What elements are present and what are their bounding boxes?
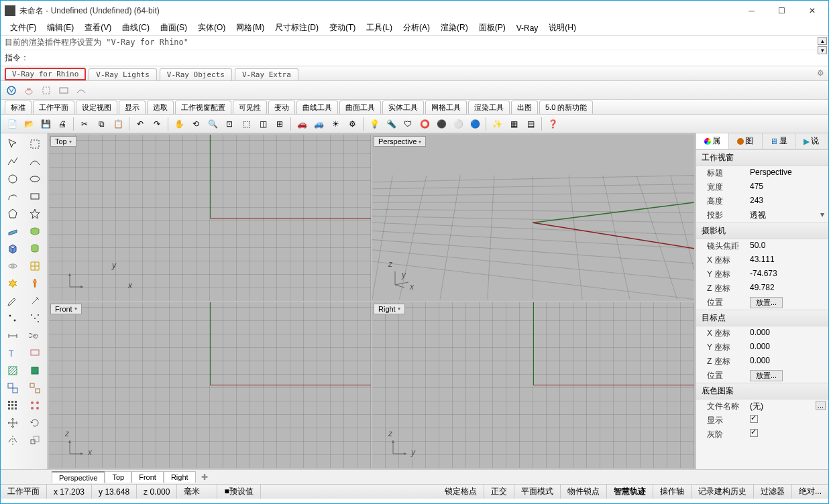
text-icon[interactable]: T [3,345,23,361]
zoom-sel-icon[interactable]: ◫ [256,117,270,131]
region-icon[interactable] [40,84,53,97]
print-icon[interactable]: 🖨 [55,117,70,131]
sphere2-icon[interactable]: ⚪ [451,117,465,131]
tab-vis[interactable]: 可见性 [233,101,267,114]
menu-curve[interactable]: 曲线(C) [118,21,154,35]
chain-icon[interactable] [25,328,46,344]
status-ortho[interactable]: 正交 [484,485,514,499]
zoom-win-icon[interactable]: ⬚ [239,117,254,131]
status-smarttrack[interactable]: 智慧轨迹 [607,485,653,499]
menu-dim[interactable]: 尺寸标注(D) [271,21,323,35]
tab-select[interactable]: 选取 [147,101,174,114]
undo-icon[interactable]: ↶ [133,117,148,131]
pan-icon[interactable]: ✋ [172,117,186,131]
zoom-prev-icon[interactable]: ⊞ [272,117,287,131]
status-default[interactable]: ■预设值 [217,485,260,499]
tab-new[interactable]: 5.0 的新功能 [539,101,593,114]
status-cplane[interactable]: 工作平面 [1,485,47,499]
bulb-icon[interactable]: 💡 [367,117,382,131]
status-history[interactable]: 记录建构历史 [692,485,754,499]
polyline-icon[interactable] [3,153,23,170]
vptab-perspective[interactable]: Perspective [52,471,105,483]
panel-tab-display[interactable]: 🖥显 [763,133,795,149]
car-icon[interactable]: 🚗 [294,117,309,131]
annot-icon[interactable] [25,345,46,361]
status-gumball[interactable]: 操作轴 [653,485,692,499]
tab-xform[interactable]: 变动 [268,101,295,114]
menu-mesh[interactable]: 网格(M) [232,21,268,35]
menu-tools[interactable]: 工具(L) [362,21,396,35]
status-osnap[interactable]: 物件锁点 [561,485,607,499]
vptab-right[interactable]: Right [164,471,196,483]
tab-srf[interactable]: 曲面工具 [339,101,381,114]
tab-vpconf[interactable]: 工作视窗配置 [175,101,231,114]
array2-icon[interactable] [25,397,46,414]
move-icon[interactable] [3,415,23,431]
menu-edit[interactable]: 编辑(E) [43,21,78,35]
scale-icon[interactable] [25,432,46,448]
sphere3-icon[interactable]: 🔵 [467,117,482,131]
menu-help[interactable]: 说明(H) [545,21,580,35]
tab-std[interactable]: 标准 [5,101,32,114]
minimize-button[interactable]: ─ [736,1,767,20]
polygon-icon[interactable] [3,206,23,222]
flame-icon[interactable] [25,275,46,292]
mirror-icon[interactable] [3,432,23,448]
close-button[interactable]: ✕ [797,1,827,20]
obj-icon[interactable] [25,363,46,379]
tab-solid[interactable]: 实体工具 [382,101,424,114]
sphere1-icon[interactable]: ⚫ [434,117,449,131]
paste-icon[interactable]: 📋 [111,117,125,131]
circle-lt-icon[interactable] [3,171,23,187]
teapot-icon[interactable] [22,84,36,97]
tab-vray-extra[interactable]: V-Ray Extra [235,68,298,80]
lasso-icon[interactable] [25,136,46,152]
viewport-front[interactable]: x z Front [49,302,371,468]
vptab-front[interactable]: Front [131,471,164,483]
maximize-button[interactable]: ☐ [767,1,797,20]
gear2-icon[interactable]: ⚙ [345,117,360,131]
viewport-label[interactable]: Perspective [374,136,426,147]
menu-analyze[interactable]: 分析(A) [399,21,434,35]
gray-checkbox[interactable] [750,429,758,437]
panel-tab-help[interactable]: ▶说 [795,133,828,149]
srf-icon[interactable] [25,223,46,239]
status-filter[interactable]: 过滤器 [754,485,792,499]
vptab-top[interactable]: Top [105,471,131,483]
curve-lt-icon[interactable] [25,153,46,170]
browse-button[interactable]: ... [816,401,826,410]
star-icon[interactable] [25,206,46,222]
command-prompt[interactable]: 指令： [1,50,828,66]
cylinder-icon[interactable] [25,241,46,257]
rect-icon[interactable] [25,188,46,204]
torus-icon[interactable] [3,258,23,274]
help-icon[interactable]: ❓ [545,117,560,131]
light-icon[interactable]: 🔦 [384,117,398,131]
frame-icon[interactable] [57,84,70,97]
command-scroll[interactable]: ▴▾ [818,37,827,54]
menu-view[interactable]: 查看(V) [80,21,115,35]
tool2-icon[interactable] [25,293,46,309]
zoom-ext-icon[interactable]: ⊡ [222,117,237,131]
zoom-icon[interactable]: 🔍 [205,117,220,131]
menu-render[interactable]: 渲染(R) [437,21,472,35]
point-icon[interactable] [3,310,23,326]
car2-icon[interactable]: 🚙 [311,117,326,131]
new-icon[interactable]: 📄 [5,117,19,131]
add-viewport-button[interactable]: ✚ [196,471,213,483]
projection-select[interactable]: 透视 ▾ [750,210,828,221]
viewport-label[interactable]: Front [50,304,82,314]
group-icon[interactable] [3,380,23,396]
array-icon[interactable] [3,397,23,414]
menu-transform[interactable]: 变动(T) [325,21,360,35]
plane-icon[interactable] [3,223,23,239]
menu-file[interactable]: 文件(F) [6,21,40,35]
place-target-button[interactable]: 放置... [750,370,783,381]
panel-tab-props[interactable]: 属 [696,133,729,149]
viewport-label[interactable]: Right [374,304,405,314]
place-camera-button[interactable]: 放置... [750,297,783,308]
rotate-icon[interactable]: ⟲ [188,117,203,131]
copy-icon[interactable]: ⧉ [94,117,109,131]
grid-icon[interactable]: ▦ [506,117,521,131]
arc-icon[interactable] [3,188,23,204]
